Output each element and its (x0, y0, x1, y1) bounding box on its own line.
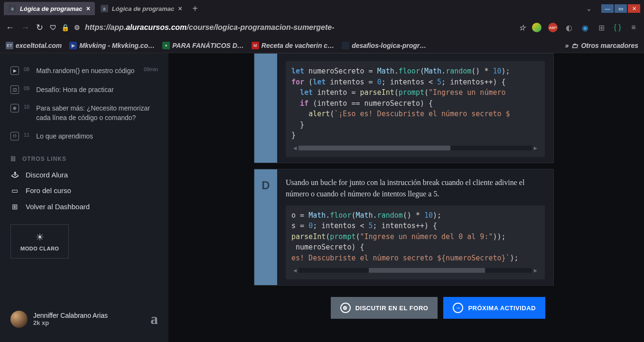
bookmark-item[interactable]: ETexceltotal.com (6, 42, 62, 49)
extension-braces-icon[interactable]: { } (613, 23, 622, 32)
action-bar: ⊕ DISCUTIR EN EL FORO → PRÓXIMA ACTIVIDA… (168, 291, 554, 319)
browser-tab[interactable]: aLógica de programac× (96, 2, 187, 15)
scroll-left-icon[interactable]: ◀ (291, 266, 299, 275)
extension-blue-icon[interactable]: ◉ (580, 23, 590, 32)
folder-icon: 🗀 (571, 42, 578, 49)
lesson-type-icon: ⊕ (10, 104, 19, 112)
tab-favicon-icon: a (101, 5, 108, 12)
sun-icon: ☀ (20, 231, 59, 243)
bookmark-item[interactable]: MReceta de vacherin c… (252, 42, 334, 49)
bookmark-item[interactable]: ●PARA FANÁTICOS D… (162, 42, 244, 49)
lesson-type-icon: ▶ (10, 66, 19, 75)
sidebar-link[interactable]: ▭Foro del curso (0, 183, 168, 199)
tab-title: Lógica de programac (20, 5, 82, 12)
close-window-button[interactable]: ✕ (628, 4, 640, 13)
lesson-title: Lo que aprendimos (36, 132, 158, 141)
sidebar-link[interactable]: 🕹Discord Alura (0, 167, 168, 183)
next-activity-button[interactable]: → PRÓXIMA ACTIVIDAD (443, 297, 545, 319)
answer-option-d[interactable]: D Usando un bucle for junto con la instr… (254, 169, 554, 286)
bookmark-item[interactable]: ▶Mkvking - Mkvking.co… (69, 42, 155, 49)
extension-shield-icon[interactable] (532, 23, 541, 32)
bookmark-favicon-icon: ● (162, 42, 170, 49)
bookmark-label: exceltotal.com (16, 42, 62, 49)
scroll-right-icon[interactable]: ▶ (532, 266, 539, 275)
scroll-right-icon[interactable]: ▶ (532, 144, 539, 152)
tab-favicon-icon: a (9, 5, 16, 12)
bookmark-label: PARA FANÁTICOS D… (172, 42, 244, 49)
menu-icon[interactable]: ≡ (629, 23, 638, 32)
discuss-forum-button[interactable]: ⊕ DISCUTIR EN EL FORO (331, 297, 438, 319)
answer-text: Usando un bucle for junto con la instruc… (286, 177, 545, 200)
link-icon: 🕹 (10, 171, 19, 179)
reload-button[interactable]: ↻ (36, 22, 43, 33)
extensions-icon[interactable]: ⊞ (597, 23, 606, 32)
new-tab-button[interactable]: + (187, 3, 203, 14)
link-icon: ▭ (10, 186, 19, 195)
bookmark-label: Mkvking - Mkvking.co… (79, 42, 155, 49)
tabs-overflow-icon[interactable]: ⌄ (586, 5, 597, 12)
adblock-icon[interactable]: ABP (548, 23, 558, 32)
user-xp: 2k xp (33, 319, 145, 326)
lesson-number: 08 (24, 66, 29, 72)
bookmark-item[interactable]: desafios-logica-progr… (342, 42, 426, 49)
answer-letter: D (254, 169, 277, 286)
main-content: let numeroSecreto = Math.floor(Math.rand… (168, 53, 644, 342)
permissions-icon: ⚙ (74, 24, 80, 31)
close-tab-icon[interactable]: × (86, 5, 90, 12)
horizontal-scrollbar[interactable]: ◀ ▶ (291, 144, 539, 152)
address-bar[interactable]: 🛡 🔒 ⚙ https://app.aluracursos.com/course… (50, 23, 525, 32)
lesson-title: Para saber más: ¿Necesito memorizar cada… (36, 104, 158, 122)
forward-button[interactable]: → (21, 23, 29, 33)
lock-icon: 🔒 (61, 24, 69, 31)
avatar (10, 311, 28, 328)
back-button[interactable]: ← (6, 23, 14, 33)
arrow-right-circle-icon: → (453, 303, 463, 313)
user-name: Jenniffer Calabrano Arias (33, 312, 145, 319)
user-profile-row[interactable]: Jenniffer Calabrano Arias 2k xp a (0, 305, 168, 333)
answer-letter (254, 54, 277, 163)
close-tab-icon[interactable]: × (178, 5, 182, 12)
link-icon: ⊞ (10, 203, 19, 211)
theme-toggle[interactable]: ☀ MODO CLARO (10, 224, 69, 259)
browser-toolbar: ← → ↻ 🛡 🔒 ⚙ https://app.aluracursos.com/… (0, 17, 644, 38)
lesson-type-icon: ◫ (10, 85, 19, 94)
lesson-duration: 09min (144, 66, 158, 72)
lesson-type-icon: ⚇ (10, 132, 19, 140)
window-controls: — ▭ ✕ (601, 4, 640, 13)
bookmark-label: Receta de vacherin c… (261, 42, 334, 49)
course-sidebar: ▶08Math.random() en nuestro código09min◫… (0, 53, 168, 342)
horizontal-scrollbar[interactable]: ◀ ▶ (291, 266, 539, 275)
answer-option-c[interactable]: let numeroSecreto = Math.floor(Math.rand… (254, 53, 554, 163)
bookmark-star-icon[interactable]: ☆ (519, 23, 525, 32)
lesson-title: Desafío: Hora de practicar (36, 85, 158, 95)
shield-icon: 🛡 (50, 24, 56, 31)
lesson-item[interactable]: ⊕10Para saber más: ¿Necesito memorizar c… (0, 99, 168, 127)
link-label: Discord Alura (26, 171, 68, 179)
maximize-button[interactable]: ▭ (615, 4, 627, 13)
lesson-number: 10 (24, 104, 29, 110)
theme-label: MODO CLARO (20, 246, 59, 251)
tab-title: Lógica de programac (112, 5, 174, 12)
code-block: let numeroSecreto = Math.floor(Math.rand… (286, 61, 545, 157)
alura-logo-icon: a (150, 310, 158, 328)
lesson-item[interactable]: ◫09Desafío: Hora de practicar (0, 81, 168, 100)
lesson-item[interactable]: ⚇11Lo que aprendimos (0, 127, 168, 146)
sidebar-link[interactable]: ⊞Volver al Dashboard (0, 199, 168, 215)
lesson-number: 11 (24, 132, 29, 138)
chevron-right-icon: » (565, 42, 569, 49)
other-bookmarks[interactable]: » 🗀 Otros marcadores (565, 42, 638, 49)
scroll-left-icon[interactable]: ◀ (291, 144, 299, 152)
minimize-button[interactable]: — (601, 4, 614, 13)
extension-privacy-icon[interactable]: ◐ (564, 23, 574, 32)
lesson-item[interactable]: ▶08Math.random() en nuestro código09min (0, 62, 168, 81)
bookmark-favicon-icon (342, 42, 349, 49)
link-chain-icon: ⛓ (10, 156, 17, 162)
link-label: Volver al Dashboard (26, 203, 90, 211)
browser-tab[interactable]: aLógica de programac× (4, 2, 95, 15)
bookmarks-bar: ETexceltotal.com▶Mkvking - Mkvking.co…●P… (0, 38, 644, 53)
bookmark-favicon-icon: ET (6, 42, 13, 49)
code-block: o = Math.floor(Math.random() * 10); s = … (286, 205, 545, 280)
lesson-title: Math.random() en nuestro código (36, 66, 139, 76)
sidebar-section-otros-links: ⛓ OTROS LINKS (0, 146, 168, 167)
lesson-number: 09 (24, 85, 29, 91)
